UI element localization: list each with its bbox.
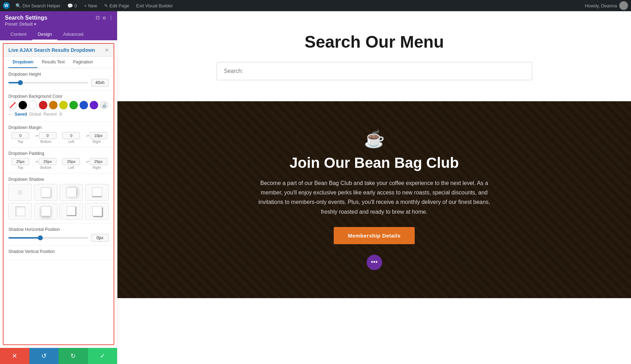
margin-right-label: Right xyxy=(93,140,101,144)
padding-bottom-label: Bottom xyxy=(40,166,52,170)
shadow-horizontal-setting: Shadow Horizontal Position 0px xyxy=(4,224,114,246)
dropdown-padding-setting: Dropdown Padding Top ⇌ Bottom xyxy=(4,147,114,173)
shadow-option-6[interactable] xyxy=(60,203,83,220)
bean-bag-description: Become a part of our Bean Bag Club and t… xyxy=(255,178,494,217)
shadow-option-5[interactable] xyxy=(34,203,57,220)
padding-right-row: ⇌ xyxy=(86,158,107,165)
color-orange-swatch[interactable] xyxy=(49,101,57,109)
panel-preset[interactable]: Preset: Default ▾ xyxy=(5,22,112,27)
color-purple-swatch[interactable] xyxy=(90,101,98,109)
left-panel: Search Settings Preset: Default ▾ ⊡ ⧈ ⋮ … xyxy=(0,11,117,364)
padding-bottom-input[interactable] xyxy=(39,158,56,165)
padding-link-icon[interactable]: ⇌ xyxy=(35,160,38,164)
new-link[interactable]: + New xyxy=(81,0,100,11)
margin-right-input[interactable] xyxy=(90,132,107,139)
shadow-option-1[interactable] xyxy=(34,184,57,201)
color-blue-swatch[interactable] xyxy=(80,101,88,109)
shadow-horizontal-thumb[interactable] xyxy=(38,235,43,240)
padding-right-label: Right xyxy=(93,166,101,170)
color-yellow-swatch[interactable] xyxy=(59,101,68,109)
margin-top-input[interactable] xyxy=(12,132,29,139)
margin-right-link-icon[interactable]: ⇌ xyxy=(86,134,89,138)
color-dots-icon[interactable]: ··· xyxy=(8,111,13,117)
margin-top-label: Top xyxy=(18,140,23,144)
bean-bag-content: ☕ Join Our Bean Bag Club Become a part o… xyxy=(255,129,494,244)
color-red-swatch[interactable] xyxy=(39,101,47,109)
padding-left-input[interactable] xyxy=(62,158,80,165)
color-swatches: 🔬 xyxy=(8,101,109,109)
padding-top-input[interactable] xyxy=(12,158,29,165)
shadow-preview-5 xyxy=(41,206,51,216)
margin-left-input[interactable] xyxy=(62,132,80,139)
shadow-preview-7 xyxy=(92,206,102,216)
margin-link-icon[interactable]: ⇌ xyxy=(35,134,38,138)
howdy-label: Howdy, Deanna xyxy=(585,1,628,10)
margin-right-group: ⇌ Right xyxy=(85,132,109,144)
split-view-icon[interactable]: ⧈ xyxy=(103,15,106,21)
shadow-option-3[interactable] xyxy=(85,184,109,201)
search-input[interactable] xyxy=(217,62,532,80)
color-green-swatch[interactable] xyxy=(69,101,78,109)
floating-purple-button[interactable]: ••• xyxy=(367,255,382,270)
dropdown-height-slider-row: 40vh xyxy=(8,79,109,87)
shadow-horizontal-value[interactable]: 0px xyxy=(91,234,109,242)
dropdown-shadow-setting: Dropdown Shadow ⊘ xyxy=(4,173,114,224)
edit-page-link[interactable]: ✎ Edit Page xyxy=(101,0,132,11)
eyedropper-icon[interactable]: 🔬 xyxy=(100,101,108,109)
exit-builder-link[interactable]: Exit Visual Builder xyxy=(134,0,176,11)
color-white-swatch[interactable] xyxy=(29,101,37,109)
padding-bottom-group: ⇌ Bottom xyxy=(34,158,58,170)
section-close-icon[interactable]: ✕ xyxy=(105,48,109,53)
undo-button[interactable]: ↺ xyxy=(29,348,59,364)
bottom-toolbar: ✕ ↺ ↻ ✓ xyxy=(0,348,117,364)
color-settings-gear-icon[interactable]: ⚙ xyxy=(59,112,63,117)
sub-tab-results-text[interactable]: Results Text xyxy=(38,57,69,68)
main-layout: Search Settings Preset: Default ▾ ⊡ ⧈ ⋮ … xyxy=(0,11,631,364)
tab-content[interactable]: Content xyxy=(5,29,32,40)
main-tabs: Content Design Advanced xyxy=(0,29,117,40)
margin-bottom-label: Bottom xyxy=(40,140,52,144)
sub-tab-dropdown[interactable]: Dropdown xyxy=(8,57,38,68)
divi-search-helper-link[interactable]: 🔍 Divi Search Helper xyxy=(13,0,63,11)
shadow-option-2[interactable] xyxy=(60,184,83,201)
more-options-icon[interactable]: ⋮ xyxy=(109,15,114,21)
undo-icon: ↺ xyxy=(41,352,47,360)
dropdown-height-value[interactable]: 40vh xyxy=(91,79,109,87)
tab-advanced[interactable]: Advanced xyxy=(57,29,89,40)
color-tab-global[interactable]: Global xyxy=(29,112,41,117)
shadow-option-7[interactable] xyxy=(85,203,109,220)
shadow-vertical-label: Shadow Vertical Position xyxy=(8,249,109,254)
padding-inputs: Top ⇌ Bottom Left xyxy=(8,158,109,170)
shadow-option-4[interactable] xyxy=(8,203,32,220)
shadow-none-option[interactable]: ⊘ xyxy=(8,184,32,201)
dropdown-margin-setting: Dropdown Margin Top ⇌ Bottom xyxy=(4,122,114,147)
padding-left-label: Left xyxy=(68,166,74,170)
color-transparent-swatch[interactable] xyxy=(8,101,17,109)
dropdown-height-thumb[interactable] xyxy=(18,80,23,85)
wp-logo-icon[interactable]: W xyxy=(3,2,10,9)
color-black-swatch[interactable] xyxy=(19,101,27,109)
chevron-down-icon: ▾ xyxy=(34,22,36,27)
save-icon: ✓ xyxy=(100,352,105,360)
tab-design[interactable]: Design xyxy=(32,29,57,40)
color-tab-recent[interactable]: Recent xyxy=(43,112,57,117)
cancel-button[interactable]: ✕ xyxy=(0,348,29,364)
padding-top-label: Top xyxy=(18,166,23,170)
search-section: Search Our Menu xyxy=(117,11,631,101)
fullscreen-icon[interactable]: ⊡ xyxy=(96,15,100,21)
padding-right-link-icon[interactable]: ⇌ xyxy=(86,160,89,164)
save-button[interactable]: ✓ xyxy=(88,348,117,364)
search-box-container xyxy=(217,62,532,80)
redo-icon: ↻ xyxy=(70,352,76,360)
color-tab-saved[interactable]: Saved xyxy=(15,112,27,117)
padding-right-input[interactable] xyxy=(90,158,107,165)
shadow-horizontal-track xyxy=(8,237,88,239)
comments-link[interactable]: 💬 0 xyxy=(65,0,80,11)
redo-button[interactable]: ↻ xyxy=(59,348,88,364)
bean-bag-section: ☕ Join Our Bean Bag Club Become a part o… xyxy=(117,101,631,298)
membership-details-button[interactable]: Membership Details xyxy=(334,227,415,244)
sub-tab-pagination[interactable]: Pagination xyxy=(69,57,97,68)
margin-bottom-input[interactable] xyxy=(39,132,56,139)
dropdown-bg-color-label: Dropdown Background Color xyxy=(8,94,109,99)
dropdown-bg-color-setting: Dropdown Background Color 🔬 ··· Saved xyxy=(4,90,114,122)
